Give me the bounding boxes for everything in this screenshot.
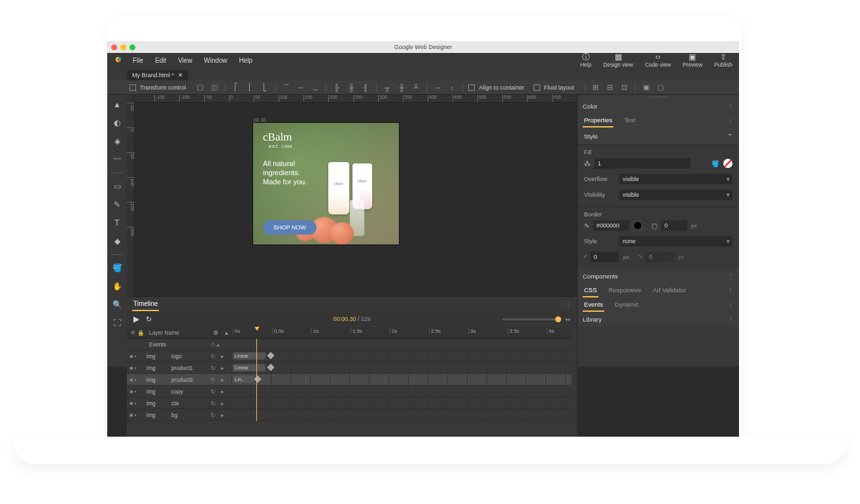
motion-path-icon[interactable]: ↻ [211, 412, 221, 418]
shop-now-button[interactable]: SHOP NOW [263, 220, 317, 235]
zoom-slider[interactable] [502, 318, 561, 320]
keyframe-diamond-icon[interactable] [254, 375, 261, 382]
timeline-layer-row[interactable]: ■▪imgproduct2↻▸Lin.. [127, 374, 572, 386]
minimize-window-dot[interactable] [120, 44, 126, 50]
more-icon[interactable]: ⋮ [727, 287, 734, 294]
fullscreen-icon[interactable]: ⛶ [110, 316, 124, 330]
layer-color-swatch[interactable]: ■ [129, 353, 133, 360]
crop-icon[interactable]: ◫ [209, 82, 220, 93]
dist-h-center-icon[interactable]: ╫ [346, 82, 356, 93]
responsive-icon-c[interactable]: ⊡ [619, 82, 630, 93]
align-vcenter-icon[interactable]: ─ [296, 82, 306, 93]
more-icon[interactable]: ⋮ [727, 273, 734, 280]
opacity-input[interactable] [594, 158, 691, 169]
event-add-icon[interactable]: ▴ [216, 341, 220, 348]
expand-icon[interactable]: ▸ [221, 365, 232, 371]
more-icon[interactable]: ⋮ [565, 301, 572, 308]
tab-text[interactable]: Text [623, 114, 636, 127]
motion-path-icon[interactable]: ↻ [211, 353, 221, 360]
library-panel-header[interactable]: Library⋮ [577, 312, 739, 326]
keyframe-diamond-icon[interactable] [267, 363, 274, 371]
publish-button[interactable]: ⇪Publish [714, 53, 732, 68]
motion-path-icon[interactable]: ↻ [211, 365, 221, 371]
more-icon[interactable]: ⋮ [727, 301, 734, 309]
layer-visible-icon[interactable]: ▪ [134, 353, 136, 360]
menu-view[interactable]: View [172, 57, 198, 64]
align-bottom-icon[interactable]: ⎽ [310, 82, 320, 93]
layer-visible-icon[interactable]: ▪ [134, 412, 136, 418]
design-view-button[interactable]: ▦Design view [603, 53, 633, 68]
help-button[interactable]: ⓘHelp [580, 53, 591, 68]
dist-v-top-icon[interactable]: ╥ [382, 82, 392, 93]
zoom-options-icon[interactable]: ↭ [565, 316, 570, 323]
code-view-button[interactable]: ‹›Code view [645, 53, 671, 68]
maximize-window-dot[interactable] [129, 44, 135, 50]
layer-track[interactable]: Linear [232, 350, 572, 362]
file-tab[interactable]: My Brand.html * ✕ [127, 70, 188, 80]
expand-icon[interactable]: ▸ [221, 400, 232, 407]
hand-tool-icon[interactable]: ✋ [110, 279, 124, 294]
align-container-checkbox[interactable] [468, 84, 475, 91]
fill-bucket-icon[interactable]: 🪣 [712, 160, 719, 167]
radius-b-input[interactable] [645, 252, 674, 262]
timeline-layer-row[interactable]: ■▪imgproduct1↻▸Linear [127, 362, 572, 374]
expand-icon[interactable]: ▸ [221, 388, 232, 395]
close-tab-icon[interactable]: ✕ [178, 72, 183, 78]
align-left-icon[interactable]: ⎡ [231, 82, 241, 93]
border-color-input[interactable] [593, 220, 629, 231]
tab-properties[interactable]: Properties [583, 114, 613, 127]
path-tool-icon[interactable]: 〰 [110, 152, 124, 167]
align-hcenter-icon[interactable]: ⎢ [245, 82, 256, 93]
color-panel-header[interactable]: Color ⋮ [577, 99, 739, 113]
motion-path-icon[interactable]: ↻ [211, 377, 221, 383]
spacing-h-icon[interactable]: ↔ [432, 82, 443, 93]
fill-swatch-none[interactable] [723, 159, 732, 168]
selection-tool-icon[interactable]: ▲ [110, 97, 124, 112]
dist-h-left-icon[interactable]: ╟ [332, 82, 342, 93]
shape-tool-icon[interactable]: ◆ [110, 234, 124, 248]
border-style-select[interactable]: none [619, 236, 732, 246]
layer-visible-icon[interactable]: ▪ [134, 400, 136, 407]
ungroup-icon[interactable]: ▢ [655, 82, 666, 93]
gear-icon[interactable]: ⚙ [211, 329, 221, 336]
menu-edit[interactable]: Edit [149, 57, 172, 64]
align-right-icon[interactable]: ⎣ [260, 82, 270, 93]
playhead-icon[interactable] [254, 327, 260, 331]
tab-events[interactable]: Events [583, 298, 604, 312]
time-ruler[interactable]: 0s0.5s1s1.5s2s2.5s3s3.5s4s [232, 327, 572, 339]
more-icon[interactable]: ⋮ [727, 117, 734, 124]
dist-h-right-icon[interactable]: ╢ [360, 82, 371, 93]
group-icon[interactable]: ▣ [641, 82, 651, 93]
layer-track[interactable]: Lin.. [232, 374, 572, 386]
layer-track[interactable]: Linear [232, 362, 572, 374]
expand-icon[interactable]: ▸ [221, 377, 232, 383]
menu-window[interactable]: Window [198, 57, 233, 64]
timeline-layer-row[interactable]: ■▪imgcta↻▸ [127, 397, 572, 409]
tag-tool-icon[interactable]: ▭ [110, 179, 124, 193]
layer-visible-icon[interactable]: ▪ [134, 388, 136, 395]
align-top-icon[interactable]: ⎺ [281, 82, 292, 93]
border-color-swatch[interactable] [633, 221, 642, 230]
timeline-tab[interactable]: Timeline [132, 297, 159, 311]
radius-a-input[interactable] [591, 252, 619, 262]
motion-path-icon[interactable]: ↻ [211, 388, 221, 395]
layer-track[interactable] [232, 409, 572, 421]
expand-icon[interactable]: ▸ [221, 412, 232, 418]
timeline-layer-row[interactable]: ■▪imgbg↻▸ [127, 409, 572, 421]
layer-color-swatch[interactable]: ■ [129, 377, 133, 383]
fluid-layout-checkbox[interactable] [534, 84, 540, 91]
text-tool-icon[interactable]: T [110, 216, 124, 230]
responsive-icon-a[interactable]: ⊞ [591, 82, 601, 93]
loop-icon[interactable]: ↻ [146, 315, 152, 324]
layer-track[interactable] [232, 397, 572, 409]
transform-control-checkbox[interactable] [129, 84, 136, 91]
tab-validator[interactable]: Ad Validator [651, 284, 687, 297]
motion-path-icon[interactable]: ↻ [211, 400, 221, 407]
expand-icon[interactable]: ▸ [221, 353, 232, 360]
transform-3d-tool-icon[interactable]: ◐ [110, 116, 124, 130]
spacing-v-icon[interactable]: ↕ [447, 82, 457, 93]
fill-tool-icon[interactable]: 🪣 [110, 261, 124, 275]
dist-v-bottom-icon[interactable]: ╨ [411, 82, 421, 93]
menu-file[interactable]: File [127, 57, 149, 64]
layer-visible-icon[interactable]: ▪ [134, 377, 136, 383]
